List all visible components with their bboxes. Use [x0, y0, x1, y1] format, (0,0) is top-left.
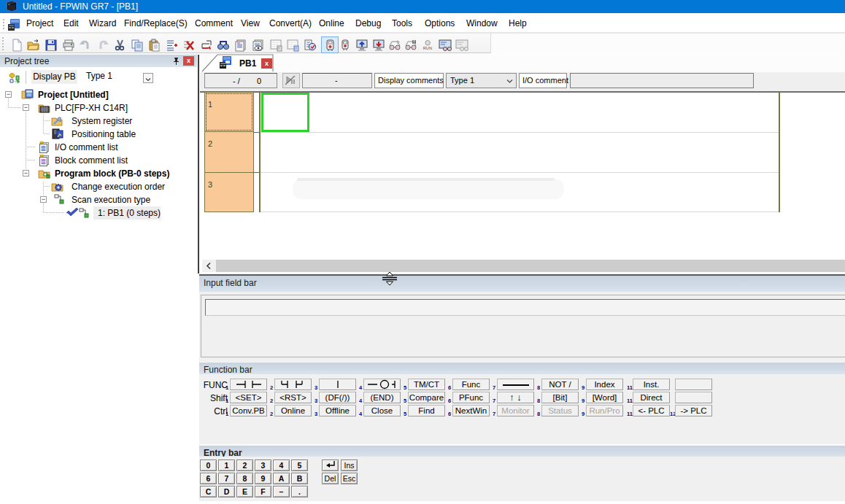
svg-text:RUN: RUN: [423, 46, 432, 50]
